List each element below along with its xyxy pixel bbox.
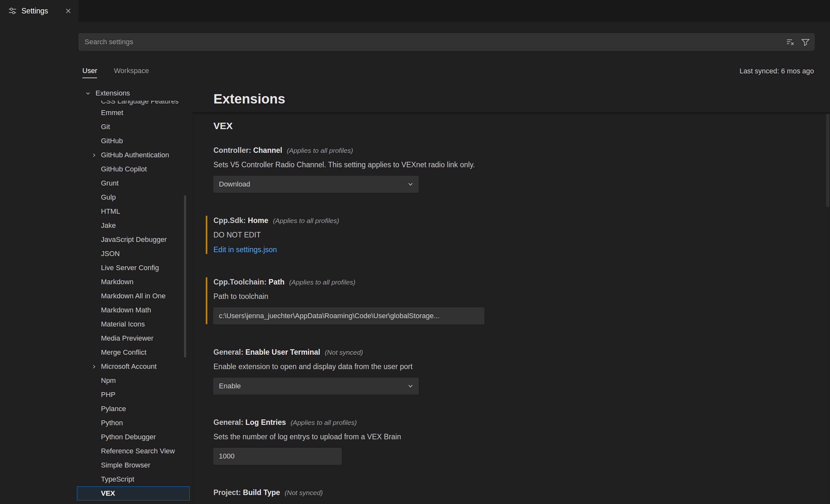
search-actions bbox=[786, 38, 814, 46]
toc-item-label: Material Icons bbox=[101, 320, 145, 328]
toc-item-label: Npm bbox=[101, 376, 116, 385]
setting-scope-note: (Not synced) bbox=[325, 349, 363, 356]
setting-project-build-type: Project: Build Type (Not synced) bbox=[214, 487, 807, 498]
setting-description: Sets V5 Controller Radio Channel. This s… bbox=[214, 160, 807, 169]
toc-item[interactable]: PHP bbox=[77, 388, 190, 402]
toc-item[interactable]: Python Debugger bbox=[77, 430, 190, 444]
setting-scope-note: (Applies to all profiles) bbox=[289, 278, 355, 286]
toc-item[interactable]: JSON bbox=[77, 247, 190, 261]
setting-control bbox=[214, 448, 807, 465]
setting-cpp-toolchain-path: Cpp.Toolchain: Path (Applies to all prof… bbox=[214, 277, 807, 324]
setting-category: General: bbox=[214, 418, 243, 427]
toc-item[interactable]: Material Icons bbox=[77, 317, 190, 331]
toc-item[interactable]: Jake bbox=[77, 219, 190, 232]
toc-item-label: Grunt bbox=[101, 179, 119, 187]
toc-item-label: Live Server Config bbox=[101, 264, 159, 272]
setting-title: Cpp.Toolchain: Path (Applies to all prof… bbox=[214, 277, 807, 287]
setting-cpp-sdk-home: Cpp.Sdk: Home (Applies to all profiles) … bbox=[214, 216, 807, 254]
toc-item[interactable]: GitHub Authentication bbox=[77, 148, 190, 162]
toc-item[interactable]: Markdown bbox=[77, 275, 190, 289]
chevron-right-icon bbox=[91, 153, 101, 158]
setting-title: General: Enable User Terminal (Not synce… bbox=[214, 347, 807, 357]
toc-item[interactable]: Reference Search View bbox=[77, 444, 190, 458]
settings-body: Extensions VEX Controller: Channel (Appl… bbox=[192, 86, 830, 504]
chevron-right-icon bbox=[91, 364, 101, 370]
toc-item[interactable]: Python bbox=[77, 416, 190, 430]
setting-description: Enable extension to open and display dat… bbox=[214, 362, 807, 371]
toc-item[interactable]: Markdown All in One bbox=[77, 289, 190, 303]
setting-category: Cpp.Toolchain: bbox=[214, 278, 267, 286]
toc-item[interactable]: VEX bbox=[77, 486, 190, 501]
toc-item-label: Media Previewer bbox=[101, 334, 154, 343]
toc-item[interactable]: Simple Browser bbox=[77, 458, 190, 472]
setting-title: Project: Build Type (Not synced) bbox=[214, 487, 807, 498]
toc-item-label: Simple Browser bbox=[101, 461, 150, 469]
chevron-down-icon bbox=[407, 181, 414, 187]
search-input[interactable] bbox=[79, 34, 786, 50]
toc-item[interactable]: Merge Conflict bbox=[77, 345, 190, 359]
setting-control bbox=[214, 308, 807, 324]
toc-item-label: Git bbox=[101, 123, 110, 131]
edit-in-settings-json-link[interactable]: Edit in settings.json bbox=[214, 246, 277, 254]
toc-item-label: Emmet bbox=[101, 108, 123, 117]
settings-sliders-icon bbox=[8, 7, 17, 15]
toc-item-label: Reference Search View bbox=[101, 447, 175, 455]
last-synced-status: Last synced: 6 mos ago bbox=[740, 67, 814, 75]
settings-scrollbar-thumb[interactable] bbox=[826, 114, 829, 207]
setting-log-entries: General: Log Entries (Applies to all pro… bbox=[214, 417, 807, 465]
toc-item[interactable]: JavaScript Debugger bbox=[77, 232, 190, 247]
toc-item[interactable]: Git bbox=[77, 120, 190, 134]
toc-item[interactable]: Gulp bbox=[77, 190, 190, 204]
setting-scope-note: (Applies to all profiles) bbox=[287, 147, 353, 154]
chevron-down-icon bbox=[407, 383, 414, 389]
setting-scope-note: (Applies to all profiles) bbox=[273, 217, 339, 224]
page-title: Extensions bbox=[214, 91, 285, 107]
setting-title: General: Log Entries (Applies to all pro… bbox=[214, 417, 807, 428]
settings-scroll-area: VEX Controller: Channel (Applies to all … bbox=[192, 112, 830, 504]
toc-item-label: HTML bbox=[101, 207, 120, 216]
setting-category: Controller: bbox=[214, 146, 251, 154]
toc-root-extensions[interactable]: Extensions bbox=[77, 86, 190, 101]
clear-search-results-icon[interactable] bbox=[786, 38, 795, 46]
tab-title: Settings bbox=[22, 7, 48, 15]
setting-category: General: bbox=[214, 348, 243, 356]
filter-icon[interactable] bbox=[801, 38, 810, 46]
enable-user-terminal-select[interactable]: Enable bbox=[214, 378, 418, 395]
setting-category: Project: bbox=[214, 488, 241, 497]
toc-item[interactable]: Npm bbox=[77, 374, 190, 388]
settings-editor-tab[interactable]: Settings bbox=[0, 0, 79, 22]
toc-item[interactable]: GitHub Copilot bbox=[77, 162, 190, 176]
toc-item[interactable]: Live Server Config bbox=[77, 261, 190, 275]
setting-scope-note: (Not synced) bbox=[285, 489, 323, 496]
tab-user[interactable]: User bbox=[82, 64, 97, 78]
setting-name: Build Type bbox=[243, 488, 280, 497]
toc-item[interactable]: Media Previewer bbox=[77, 331, 190, 345]
log-entries-input[interactable] bbox=[214, 448, 342, 465]
setting-control: Enable bbox=[214, 378, 807, 395]
setting-scope-note: (Applies to all profiles) bbox=[291, 419, 357, 426]
toc-item[interactable]: Pylance bbox=[77, 402, 190, 416]
controller-channel-select[interactable]: Download bbox=[214, 176, 418, 193]
setting-name: Log Entries bbox=[246, 418, 286, 427]
setting-title: Cpp.Sdk: Home (Applies to all profiles) bbox=[214, 216, 807, 226]
toc-list: CSS Language Features Emmet Git bbox=[77, 106, 190, 501]
tab-workspace[interactable]: Workspace bbox=[114, 64, 149, 78]
modified-indicator bbox=[206, 277, 208, 324]
toc-item-label: Markdown bbox=[101, 278, 133, 286]
setting-name: Enable User Terminal bbox=[246, 348, 320, 356]
close-tab-icon[interactable] bbox=[63, 5, 74, 17]
toc-item-label: PHP bbox=[101, 390, 115, 399]
toc-item-label: GitHub Authentication bbox=[101, 151, 169, 159]
toc-item[interactable]: HTML bbox=[77, 204, 190, 219]
toc-item-label: Python bbox=[101, 419, 123, 427]
toc-item[interactable]: GitHub bbox=[77, 134, 190, 148]
toc-scrollbar-thumb[interactable] bbox=[184, 195, 186, 357]
toc-item[interactable]: TypeScript bbox=[77, 472, 190, 486]
toc-item-label: TypeScript bbox=[101, 475, 134, 483]
toolchain-path-input[interactable] bbox=[214, 308, 484, 324]
toc-item-label: JavaScript Debugger bbox=[101, 235, 167, 244]
toc-item[interactable]: Microsoft Account bbox=[77, 359, 190, 374]
toc-item-label: VEX bbox=[101, 489, 115, 498]
toc-item[interactable]: Markdown Math bbox=[77, 303, 190, 317]
toc-item[interactable]: Grunt bbox=[77, 176, 190, 190]
